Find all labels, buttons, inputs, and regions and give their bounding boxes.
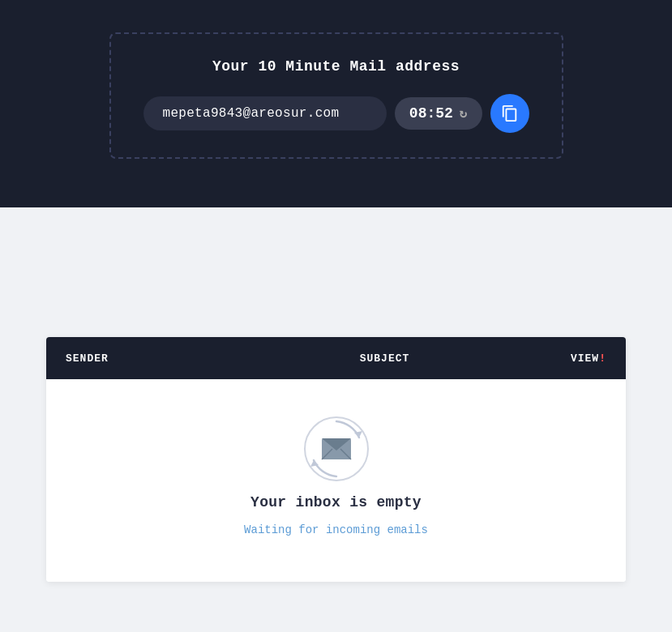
subject-column-header: SUBJECT (228, 352, 541, 365)
copy-button[interactable] (490, 94, 529, 133)
view-column-header: VIEW! (541, 352, 606, 365)
inbox-empty-title: Your inbox is empty (250, 494, 422, 510)
clipboard-icon (501, 105, 519, 122)
middle-spacer (0, 207, 672, 337)
card-title: Your 10 Minute Mail address (212, 58, 460, 75)
inbox-header: SENDER SUBJECT VIEW! (46, 337, 626, 379)
empty-inbox-icon (304, 416, 369, 481)
email-card: Your 10 Minute Mail address mepeta9843@a… (109, 32, 563, 159)
timer-pill: 08:52 ↻ (395, 97, 482, 130)
inbox-waiting-text: Waiting for incoming emails (244, 523, 428, 536)
refresh-icon[interactable]: ↻ (460, 105, 468, 122)
top-section: Your 10 Minute Mail address mepeta9843@a… (0, 0, 672, 207)
inbox-body: Your inbox is empty Waiting for incoming… (46, 379, 626, 582)
email-row: mepeta9843@areosur.com 08:52 ↻ (143, 94, 529, 133)
view-label-accent: ! (599, 352, 606, 365)
rotate-arrows-icon (304, 416, 369, 481)
email-address: mepeta9843@areosur.com (143, 96, 387, 130)
timer-display: 08:52 (409, 105, 453, 122)
inbox-section: SENDER SUBJECT VIEW! You (46, 337, 626, 582)
sender-column-header: SENDER (66, 352, 228, 365)
view-label-text: VIEW (571, 352, 599, 365)
